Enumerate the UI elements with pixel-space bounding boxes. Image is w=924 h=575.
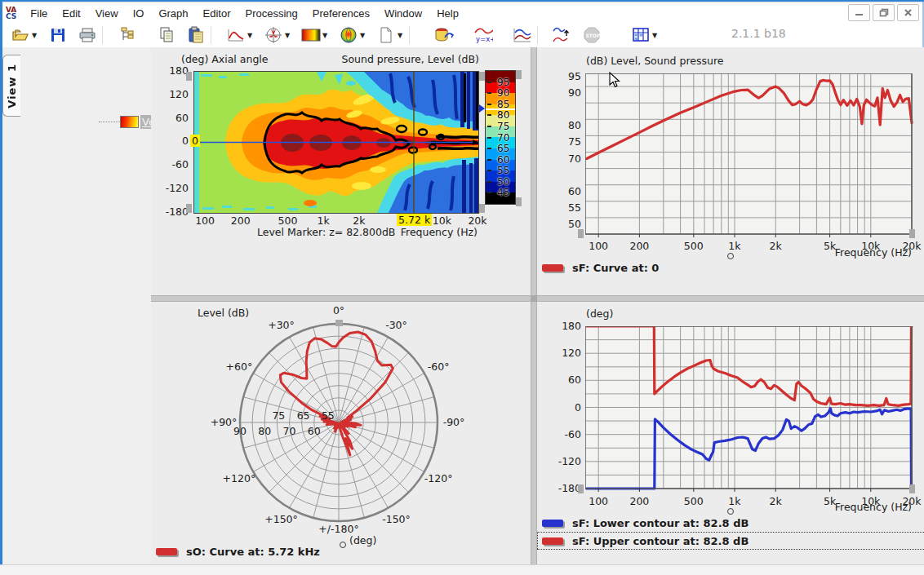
colorbar-marker-arrow-icon[interactable] <box>479 104 485 113</box>
y-tick-label: 120 <box>162 88 189 100</box>
axis-handle[interactable] <box>479 72 485 81</box>
transfer-curve-button[interactable] <box>553 25 572 45</box>
paste-button[interactable] <box>186 25 206 45</box>
table-view-button[interactable] <box>631 25 651 45</box>
polar-legend-label: sO: Curve at: 5.72 kHz <box>186 546 320 558</box>
phase-chart[interactable] <box>585 326 913 494</box>
polar-radial-label: 70 <box>282 425 298 437</box>
axis-handle[interactable] <box>516 197 522 206</box>
y-tick-label: -60 <box>162 158 189 170</box>
x-tick-label: 500 <box>679 495 709 507</box>
vertical-splitter[interactable] <box>531 47 537 564</box>
copy-tree-button[interactable] <box>118 25 137 45</box>
new-document-dropdown-arrow[interactable]: ▼ <box>396 25 404 45</box>
balloon-view-button[interactable] <box>339 25 358 45</box>
axis-handle[interactable] <box>479 204 485 213</box>
line-chart-dropdown-arrow[interactable]: ▼ <box>246 25 254 45</box>
panel-polar: Level (dB) 0°+30°-30°+60°-60°+90°-90°+12… <box>151 302 531 564</box>
x-tick-label: 20k <box>463 215 492 227</box>
response-chart[interactable] <box>585 73 913 240</box>
axis-handle[interactable] <box>186 204 192 213</box>
splitter-intersection[interactable] <box>531 295 537 302</box>
colorbar-label: 70 <box>497 132 509 144</box>
colorbar-tick <box>487 148 491 149</box>
menu-help[interactable]: Help <box>429 5 466 22</box>
axis-center-handle[interactable] <box>727 508 734 515</box>
colorbar[interactable]: 9590858075706560555045 <box>485 70 516 205</box>
colorbar-level-marker[interactable] <box>486 108 515 110</box>
balloon-icon <box>340 26 358 44</box>
polar-chart-dropdown-arrow[interactable]: ▼ <box>283 25 291 45</box>
restore-button[interactable] <box>873 4 895 21</box>
axis-center-handle[interactable] <box>340 542 346 548</box>
x-tick-label: 200 <box>624 240 654 252</box>
selection-marquee-line <box>537 532 924 533</box>
colorbar-label: 65 <box>497 143 509 154</box>
menu-view[interactable]: View <box>88 5 126 22</box>
response-legend[interactable]: sF: Curve at: 0 <box>542 262 659 274</box>
menu-io[interactable]: IO <box>126 5 152 22</box>
overlay-curves-button[interactable] <box>513 25 532 45</box>
sonogram-dropdown-arrow[interactable]: ▼ <box>321 25 329 45</box>
minimize-button[interactable] <box>848 4 870 21</box>
open-button[interactable] <box>11 25 30 45</box>
polar-radial-label: 55 <box>320 409 336 422</box>
x-marker-label: 5.72 k <box>397 214 432 226</box>
axis-handle[interactable] <box>516 70 522 79</box>
x-tick-label: 500 <box>273 215 303 227</box>
colorbar-tick <box>487 181 491 183</box>
new-document-button[interactable] <box>376 25 396 45</box>
export-data-button[interactable] <box>434 25 454 45</box>
menu-file[interactable]: File <box>23 5 55 22</box>
polar-chart-view-button[interactable] <box>264 25 283 45</box>
polar-radial-label: 80 <box>256 425 273 437</box>
formula-button[interactable]: y=x+t <box>473 25 493 45</box>
axis-handle[interactable] <box>578 484 584 493</box>
polar-angle-label: +150° <box>264 513 300 525</box>
axis-handle[interactable] <box>909 484 915 493</box>
polar-deg-label: (deg) <box>349 534 376 546</box>
axis-handle[interactable] <box>335 320 343 326</box>
mouse-cursor <box>609 72 622 90</box>
tree-item-dataset[interactable]: Vertical1deg_0.0 <box>99 114 151 129</box>
phase-upper-legend[interactable]: sF: Upper contour at: 82.8 dB <box>542 535 749 547</box>
menu-editor[interactable]: Editor <box>196 5 238 22</box>
print-button[interactable] <box>78 25 97 45</box>
horizontal-splitter[interactable] <box>151 295 924 302</box>
colorbar-label: 90 <box>497 87 509 99</box>
sonogram-icon <box>301 28 321 42</box>
menu-processing[interactable]: Processing <box>238 5 304 22</box>
menu-graph[interactable]: Graph <box>151 5 195 22</box>
open-dropdown-arrow[interactable]: ▼ <box>30 25 38 45</box>
y-tick-label: -120 <box>162 182 189 194</box>
polar-legend[interactable]: sO: Curve at: 5.72 kHz <box>156 546 320 558</box>
phase-lower-legend[interactable]: sF: Lower contour at: 82.8 dB <box>542 517 749 529</box>
phase-lower-legend-swatch <box>542 520 563 527</box>
table-view-dropdown-arrow[interactable]: ▼ <box>651 25 659 45</box>
sidebar: View 1 Vertical1deg_0.0 <box>2 47 151 564</box>
axis-handle[interactable] <box>909 229 915 238</box>
axis-handle[interactable] <box>578 229 584 238</box>
colorbar-label: 75 <box>497 121 509 132</box>
spectrogram-image[interactable] <box>193 71 479 214</box>
app-window: VACS FileEditViewIOGraphEditorProcessing… <box>0 0 924 575</box>
close-button[interactable] <box>897 4 919 21</box>
copy-button[interactable] <box>157 25 176 45</box>
axis-handle[interactable] <box>186 72 192 81</box>
tab-view-1[interactable]: View 1 <box>2 55 20 117</box>
colorbar-tick <box>487 192 491 193</box>
x-tick-label: 500 <box>679 240 709 252</box>
stop-button[interactable]: STOP <box>582 25 602 45</box>
sonogram-view-button[interactable] <box>301 25 321 45</box>
menu-window[interactable]: Window <box>377 5 429 22</box>
status-bar <box>0 564 924 575</box>
balloon-dropdown-arrow[interactable]: ▼ <box>358 25 366 45</box>
selection-marquee-line <box>537 532 538 549</box>
line-chart-view-button[interactable] <box>226 25 246 45</box>
formula-icon: y=x+t <box>473 26 493 44</box>
save-button[interactable] <box>48 25 68 45</box>
menu-edit[interactable]: Edit <box>55 5 87 22</box>
panel-response: (dB) Level, Sound pressure 9590807570605… <box>537 47 924 295</box>
axis-center-handle[interactable] <box>727 253 734 259</box>
menu-preferences[interactable]: Preferences <box>305 5 377 22</box>
